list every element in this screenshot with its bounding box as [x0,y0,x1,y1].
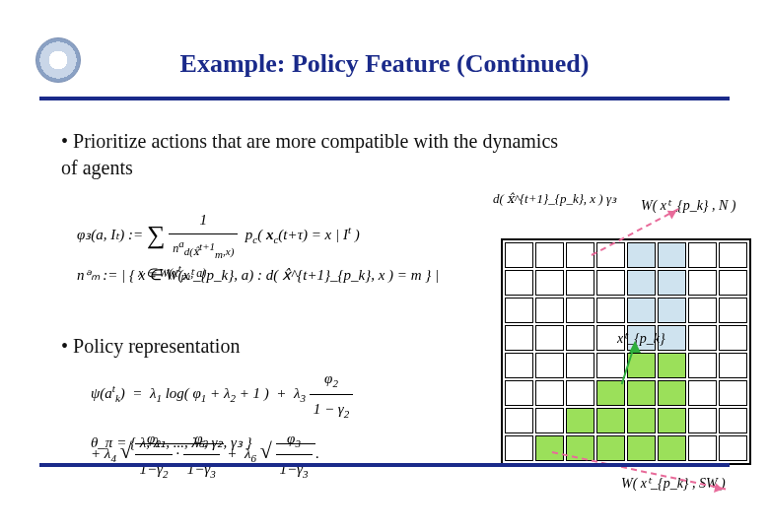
grid-cell [566,380,594,406]
grid-cell [566,353,594,378]
label-d-gamma: d( x̂^{t+1}_{p_k}, x ) γ₃ [493,191,616,207]
grid-cell [535,380,564,406]
grid-cell [627,270,656,296]
grid-cell [535,408,564,433]
grid-cell [688,298,717,323]
grid-cell [658,435,686,461]
grid-cell [505,380,533,406]
grid-cell [719,242,747,268]
grid-cell [688,270,717,296]
grid-cell [719,408,747,433]
grid-cell [596,435,625,461]
bullet-1: Prioritize actions that are more compati… [61,128,574,181]
grid-cell [505,408,533,433]
grid-cell [566,408,594,433]
grid-cell [719,270,747,296]
grid-cell [566,325,594,351]
grid-cell [596,353,625,378]
label-w-north: W( xᵗ_{p_k} , N ) [641,197,735,214]
grid-cell [596,298,625,323]
grid-cell [505,270,533,296]
grid-cell [688,408,717,433]
grid-cell [566,242,594,268]
grid-cell [658,242,686,268]
grid-cell [627,408,656,433]
grid-cell [688,242,717,268]
grid-cell [719,435,747,461]
grid-cell [658,380,686,406]
equation-nm: nᵃₘ := | { x ∈ W(xᵗ_{p_k}, a) : d( x̂^{t… [77,266,550,284]
grid-cell [658,298,686,323]
grid-cell [688,353,717,378]
grid-cell [627,298,656,323]
slide: Example: Policy Feature (Continued) Prio… [0,0,769,532]
grid-cell [505,325,533,351]
grid-cell [688,380,717,406]
grid-cell [658,408,686,433]
grid-cell [535,242,564,268]
grid-cell [596,408,625,433]
grid-cell [566,270,594,296]
grid-cell [505,298,533,323]
label-x-p: xᵗ_{p_k} [617,330,665,347]
grid-cell [627,435,656,461]
grid-cell [535,353,564,378]
grid-cell [505,242,533,268]
slide-title: Example: Policy Feature (Continued) [0,49,769,79]
grid-cell [719,353,747,378]
divider-bottom [39,463,730,467]
grid-cell [658,270,686,296]
grid-cell [627,242,656,268]
grid-cell [596,242,625,268]
eq-phi3-head: φ₃(a, Iₜ) := [77,227,143,242]
grid-cell [719,298,747,323]
grid-cell [719,380,747,406]
grid-cell [688,325,717,351]
bullet-2: Policy representation [61,335,240,358]
grid-cell [596,270,625,296]
grid-cell [505,435,533,461]
grid-cell [535,435,564,461]
grid-cell [535,325,564,351]
grid-cell [627,380,656,406]
grid-cell [535,270,564,296]
grid-cell [566,298,594,323]
grid-cell [535,298,564,323]
grid-cell [719,325,747,351]
equation-theta: θ_π = { λ, λ₁, ..., λ₆, γ₂, γ₃ } [91,433,524,451]
grid-cell [505,353,533,378]
grid-diagram [501,238,751,465]
grid-cell [688,435,717,461]
grid-cell [658,353,686,378]
divider-top [39,97,730,100]
